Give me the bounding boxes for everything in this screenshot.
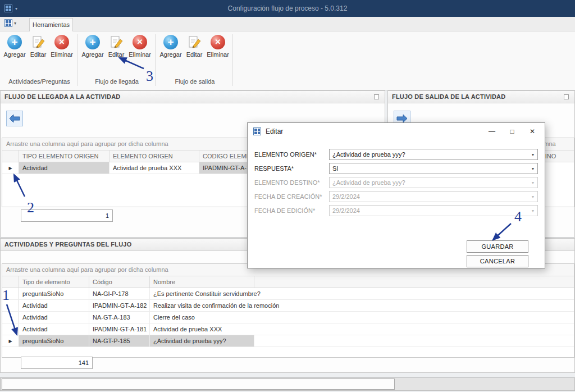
button-label: Agregar (3, 51, 26, 58)
tab-herramientas[interactable]: Herramientas (29, 18, 73, 31)
row-indicator (2, 312, 19, 323)
chevron-down-icon: ▼ (528, 209, 537, 213)
panel-options-icon[interactable] (374, 94, 379, 99)
editar-llegada-button[interactable]: Editar (104, 35, 128, 58)
cell-nombre[interactable]: ¿Es pertinente Constituir servidumbre? (150, 288, 574, 299)
col-header-nombre[interactable]: Nombre (150, 276, 254, 288)
button-label: Editar (182, 51, 206, 58)
window-titlebar: ▾ Configuración flujo de proceso - 5.0.3… (0, 0, 575, 17)
combo-value: 29/2/2024 (332, 193, 360, 200)
editar-salida-button[interactable]: Editar (182, 35, 206, 58)
ribbon-tab-row: ▾ Herramientas (0, 17, 575, 31)
label-elemento-origen: ELEMENTO ORIGEN* (254, 149, 317, 160)
ribbon-separator (232, 34, 233, 86)
elemento-origen-combo[interactable]: ¿Actividad de prueba yyy? ▼ (329, 149, 538, 160)
button-label: Eliminar (50, 51, 74, 58)
back-arrow-button[interactable] (6, 111, 23, 126)
row-indicator (2, 288, 19, 299)
eliminar-actividades-button[interactable]: ✕ Eliminar (50, 35, 74, 58)
ribbon-menu-button[interactable]: ▾ (4, 19, 16, 27)
respuesta-combo[interactable]: SI ▼ (329, 163, 538, 174)
ribbon-separator (77, 34, 78, 86)
row-indicator-icon: ▶ (2, 162, 19, 174)
chevron-down-icon: ▼ (528, 167, 537, 171)
add-icon: + (163, 35, 178, 49)
cancelar-button[interactable]: CANCELAR (467, 255, 528, 267)
cell-filler (254, 335, 574, 347)
cell-codigo[interactable]: NA-GT-A-183 (89, 312, 150, 323)
dialog-icon (253, 127, 261, 135)
guardar-button[interactable]: GUARDAR (467, 240, 528, 253)
table-row[interactable]: Actividad NA-GT-A-183 Cierre del caso (2, 312, 574, 323)
arrow-left-icon (9, 114, 20, 123)
dialog-title: Editar (266, 127, 283, 135)
maximize-button[interactable]: □ (502, 123, 522, 140)
table-row[interactable]: preguntaSioNo NA-GI-P-178 ¿Es pertinente… (2, 288, 574, 300)
cell-nombre[interactable]: ¿Actividad de prueba yyy? (150, 335, 254, 347)
record-count: 1 (21, 209, 113, 222)
agregar-salida-button[interactable]: + Agregar (159, 35, 182, 58)
agregar-llegada-button[interactable]: + Agregar (81, 35, 104, 58)
eliminar-salida-button[interactable]: ✕ Eliminar (206, 35, 230, 58)
group-label-actividades: Actividades/Preguntas (2, 78, 76, 85)
ribbon-separator (155, 34, 156, 86)
cell-tipo[interactable]: Actividad (19, 312, 89, 323)
add-icon: + (7, 35, 22, 49)
panel-options-icon[interactable] (564, 94, 569, 99)
scrollbar-thumb[interactable] (2, 379, 395, 390)
cell-codigo[interactable]: NA-GI-P-178 (89, 288, 150, 299)
header-indicator-cell (2, 276, 19, 288)
button-label: Agregar (159, 51, 182, 58)
cell-tipo[interactable]: Actividad (19, 162, 109, 174)
edit-pencil-icon (187, 35, 202, 49)
chevron-down-icon: ▼ (528, 181, 537, 185)
cell-codigo[interactable]: IPADMIN-GT-A-181 (89, 323, 150, 335)
row-indicator-icon: ▶ (2, 335, 19, 347)
ribbon-body: + Agregar Editar ✕ Eliminar Actividades/… (0, 31, 575, 90)
table-row-selected[interactable]: ▶ preguntaSioNo NA-GT-P-185 ¿Actividad d… (2, 335, 574, 347)
cell-nombre[interactable]: Actividad de prueba XXX (150, 323, 574, 335)
combo-value: SI (332, 165, 338, 172)
editar-actividades-button[interactable]: Editar (26, 35, 50, 58)
cell-tipo[interactable]: Actividad (19, 323, 89, 335)
cell-elemento[interactable]: Actividad de prueba XXX (109, 162, 199, 174)
cell-nombre[interactable]: Cierre del caso (150, 312, 574, 323)
cell-tipo[interactable]: preguntaSioNo (19, 335, 89, 347)
label-elemento-destino: ELEMENTO DESTINO* (254, 177, 320, 188)
delete-icon: ✕ (211, 35, 225, 49)
table-row[interactable]: Actividad IPADMIN-GT-A-181 Actividad de … (2, 323, 574, 335)
edit-pencil-icon (109, 35, 124, 49)
edit-pencil-icon (31, 35, 45, 49)
cell-tipo[interactable]: Actividad (19, 300, 89, 311)
row-indicator (2, 300, 19, 311)
eliminar-llegada-button[interactable]: ✕ Eliminar (128, 35, 152, 58)
col-header-tipo[interactable]: Tipo de elemento (19, 276, 89, 288)
chevron-down-icon: ▼ (528, 195, 537, 199)
button-label: Agregar (81, 51, 104, 58)
button-label: Editar (104, 51, 128, 58)
group-label-llegada: Flujo de llegada (80, 78, 154, 85)
delete-icon: ✕ (54, 35, 69, 49)
add-icon: + (85, 35, 100, 49)
label-fecha-edicion: FECHA DE EDICIÓN* (254, 205, 315, 216)
cell-tipo[interactable]: preguntaSioNo (19, 288, 89, 299)
minimize-button[interactable]: — (482, 123, 502, 140)
table-row[interactable]: Actividad IPADMIN-GT-A-182 Realizar visi… (2, 300, 574, 312)
cell-codigo[interactable]: NA-GT-P-185 (89, 335, 150, 347)
editar-dialog: Editar — □ ✕ ELEMENTO ORIGEN* ¿Actividad… (247, 122, 545, 268)
panel-header-salida: FLUJO DE SALIDA DE LA ACTIVIDAD (388, 91, 574, 103)
col-header-tipo-origen[interactable]: TIPO ELEMENTO ORIGEN (19, 151, 109, 162)
agregar-actividades-button[interactable]: + Agregar (3, 35, 26, 58)
cell-nombre[interactable]: Realizar visita de confirmación de la re… (150, 300, 574, 311)
fecha-creacion-field-disabled: 29/2/2024 ▼ (329, 191, 538, 202)
row-indicator (2, 323, 19, 335)
col-header-filler (254, 276, 574, 288)
cell-codigo[interactable]: IPADMIN-GT-A-182 (89, 300, 150, 311)
combo-value: ¿Actividad de prueba yyy? (332, 151, 405, 158)
col-header-elemento-origen[interactable]: ELEMENTO ORIGEN (109, 151, 199, 162)
horizontal-scrollbar[interactable] (0, 377, 575, 391)
col-header-codigo[interactable]: Código (89, 276, 150, 288)
close-button[interactable]: ✕ (522, 123, 542, 140)
button-label: Eliminar (128, 51, 152, 58)
actividades-grid: Arrastre una columna aquí para agrupar p… (2, 263, 574, 358)
